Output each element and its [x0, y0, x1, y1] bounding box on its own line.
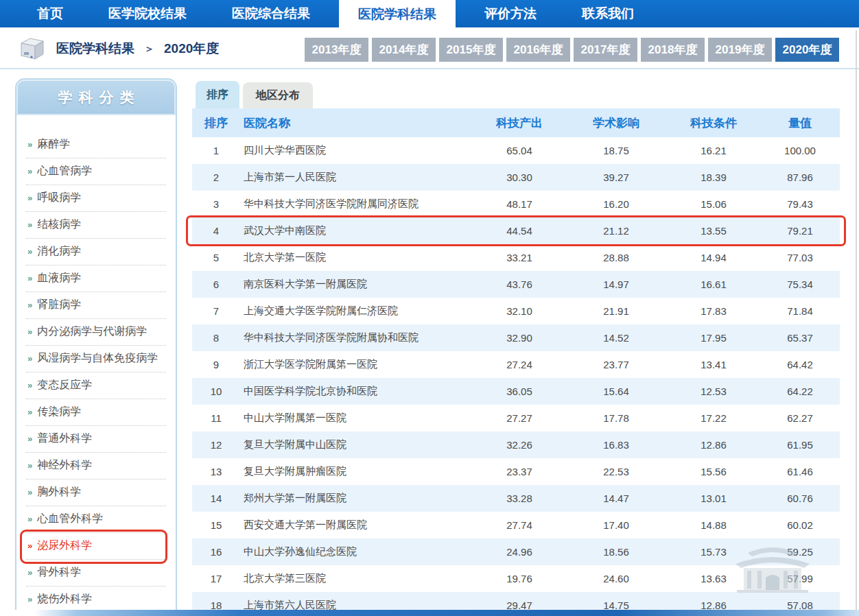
- cell-rank: 6: [192, 279, 240, 290]
- cell-rank: 10: [192, 386, 240, 397]
- cell-sci-condition: 13.55: [667, 225, 760, 237]
- col-hospital-name: 医院名称: [240, 115, 473, 131]
- sidebar-list: » 麻醉学 » 心血管病学 » 呼吸病学 » 结核病学 » 消化病学 » 血液病…: [26, 132, 166, 611]
- cell-sci-condition: 17.83: [667, 305, 760, 317]
- sidebar-item[interactable]: » 泌尿外科学: [26, 533, 166, 560]
- cell-rank: 3: [192, 198, 240, 210]
- cell-sci-output: 33.28: [473, 493, 565, 504]
- cell-sci-output: 44.54: [473, 225, 565, 237]
- year-button[interactable]: 2013年度: [305, 38, 368, 62]
- year-button[interactable]: 2014年度: [372, 38, 436, 62]
- cell-academic-impact: 22.53: [565, 466, 667, 477]
- arrow-bullet-icon: »: [27, 487, 32, 497]
- sidebar-item[interactable]: » 血液病学: [26, 265, 166, 292]
- footer-top-bar: [0, 610, 859, 616]
- sidebar-item-label: 麻醉学: [37, 137, 70, 152]
- nav-tab[interactable]: 首页: [21, 0, 80, 27]
- arrow-bullet-icon: »: [27, 300, 32, 310]
- cell-score: 79.43: [760, 198, 840, 210]
- year-button-active[interactable]: 2020年度: [775, 38, 839, 62]
- sidebar-item[interactable]: » 胸外科学: [26, 479, 166, 506]
- sidebar-item-label: 呼吸病学: [37, 191, 81, 205]
- cell-academic-impact: 21.91: [565, 305, 667, 317]
- cell-sci-output: 43.76: [473, 279, 565, 290]
- cell-score: 62.27: [760, 412, 840, 424]
- sidebar-item[interactable]: » 结核病学: [26, 212, 166, 239]
- sidebar-item[interactable]: » 消化病学: [26, 239, 166, 265]
- cell-academic-impact: 17.78: [565, 412, 667, 424]
- sidebar-item[interactable]: » 神经外科学: [26, 453, 166, 479]
- year-button[interactable]: 2017年度: [574, 38, 637, 62]
- table-header: 排序 医院名称 科技产出 学术影响 科技条件 量值: [192, 108, 840, 137]
- cell-sci-condition: 12.53: [667, 386, 760, 397]
- cell-rank: 7: [192, 305, 240, 317]
- sidebar-item[interactable]: » 呼吸病学: [26, 185, 166, 212]
- cell-score: 61.46: [760, 466, 840, 477]
- breadcrumb-section[interactable]: 医院学科结果: [56, 40, 134, 58]
- cell-sci-output: 32.26: [473, 439, 565, 451]
- cell-sci-output: 36.05: [473, 386, 565, 397]
- sidebar-item[interactable]: » 烧伤外科学: [26, 587, 166, 611]
- year-button[interactable]: 2016年度: [506, 38, 570, 62]
- nav-tab[interactable]: 评价方法: [468, 0, 553, 27]
- sidebar-item-label: 心血管病学: [37, 164, 92, 178]
- cell-sci-output: 48.17: [473, 198, 565, 210]
- sidebar-item-label: 骨外科学: [37, 565, 81, 580]
- sidebar-item-label: 风湿病学与自体免疫病学: [37, 351, 158, 366]
- sidebar-item[interactable]: » 心血管外科学: [26, 506, 166, 533]
- sidebar-item[interactable]: » 内分泌病学与代谢病学: [26, 319, 166, 346]
- tab-region-distribution[interactable]: 地区分布: [243, 82, 313, 108]
- nav-tab-active[interactable]: 医院学科结果: [339, 0, 456, 33]
- nav-tab[interactable]: 联系我们: [565, 0, 650, 27]
- sidebar-item[interactable]: » 变态反应学: [26, 372, 166, 399]
- cell-hospital-name: 复旦大学附属中山医院: [240, 438, 473, 451]
- cell-sci-output: 27.74: [473, 519, 565, 531]
- table-row: 4 武汉大学中南医院 44.54 21.12 13.55 79.21: [192, 217, 840, 244]
- sidebar-item-label: 肾脏病学: [37, 298, 81, 312]
- sidebar-item[interactable]: » 麻醉学: [26, 132, 166, 158]
- cell-academic-impact: 14.97: [565, 279, 667, 290]
- table-row: 3 华中科技大学同济医学院附属同济医院 48.17 16.20 15.06 79…: [192, 191, 840, 217]
- table-body: 1 四川大学华西医院 65.04 18.75 16.21 100.00 2 上海…: [192, 137, 840, 616]
- cell-sci-condition: 15.73: [667, 546, 760, 558]
- cell-sci-output: 27.24: [473, 359, 565, 370]
- cell-score: 57.99: [760, 573, 840, 584]
- year-button[interactable]: 2018年度: [641, 38, 705, 62]
- cell-sci-condition: 15.06: [667, 198, 760, 210]
- sidebar-item[interactable]: » 心血管病学: [26, 158, 166, 185]
- cell-rank: 13: [192, 466, 240, 477]
- arrow-bullet-icon: »: [27, 273, 32, 283]
- table-row: 11 中山大学附属第一医院 27.27 17.78 17.22 62.27: [192, 405, 840, 431]
- sidebar-item-label: 内分泌病学与代谢病学: [37, 324, 147, 339]
- cell-academic-impact: 15.64: [565, 386, 667, 397]
- cell-hospital-name: 武汉大学中南医院: [240, 224, 473, 237]
- sidebar-item[interactable]: » 风湿病学与自体免疫病学: [26, 346, 166, 372]
- nav-tab[interactable]: 医学院校结果: [92, 0, 203, 27]
- cell-score: 64.22: [760, 386, 840, 397]
- arrow-bullet-icon: »: [27, 514, 32, 524]
- cell-rank: 4: [192, 225, 240, 237]
- arrow-bullet-icon: »: [27, 380, 32, 390]
- year-button[interactable]: 2019年度: [708, 38, 772, 62]
- cell-sci-output: 23.37: [473, 466, 565, 477]
- scrollbar-track[interactable]: [856, 30, 857, 610]
- cell-sci-output: 32.10: [473, 305, 565, 317]
- table-row: 13 复旦大学附属肿瘤医院 23.37 22.53 15.56 61.46: [192, 458, 840, 485]
- sidebar-item[interactable]: » 普通外科学: [26, 426, 166, 453]
- cell-sci-condition: 16.61: [667, 279, 760, 290]
- sidebar-item[interactable]: » 传染病学: [26, 399, 166, 426]
- tab-ranking-active[interactable]: 排序: [196, 81, 239, 108]
- nav-tab[interactable]: 医院综合结果: [215, 0, 327, 27]
- cell-academic-impact: 14.52: [565, 332, 667, 344]
- sidebar-item[interactable]: » 骨外科学: [26, 560, 166, 587]
- sidebar-item[interactable]: » 肾脏病学: [26, 292, 166, 319]
- arrow-bullet-icon: »: [27, 541, 32, 551]
- cell-hospital-name: 四川大学华西医院: [240, 144, 473, 157]
- cell-score: 59.25: [760, 546, 840, 558]
- cell-rank: 14: [192, 493, 240, 504]
- cell-rank: 1: [192, 145, 240, 156]
- arrow-bullet-icon: »: [27, 353, 32, 364]
- year-button[interactable]: 2015年度: [439, 38, 503, 62]
- arrow-bullet-icon: »: [27, 327, 32, 337]
- cell-sci-condition: 14.94: [667, 252, 760, 263]
